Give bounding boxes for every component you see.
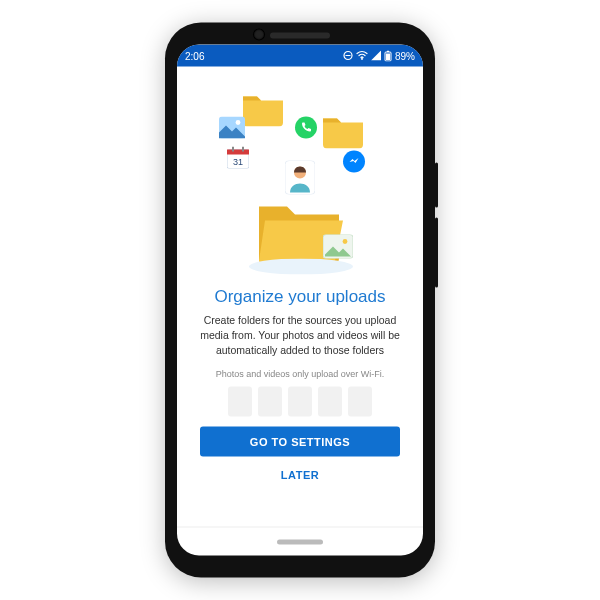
onboarding-headline: Organize your uploads	[214, 287, 385, 307]
svg-rect-9	[227, 150, 249, 155]
svg-point-2	[361, 58, 363, 60]
status-time: 2:06	[185, 50, 204, 61]
svg-point-17	[249, 259, 353, 275]
placeholder-box	[348, 386, 372, 416]
onboarding-body: Create folders for the sources you uploa…	[195, 313, 405, 359]
placeholder-row	[228, 386, 372, 416]
status-battery-pct: 89%	[395, 50, 415, 61]
onboarding-content: 31	[177, 67, 423, 527]
shadow-ellipse	[249, 259, 353, 275]
status-icons: 89%	[343, 50, 415, 61]
screen: 2:06 89%	[177, 45, 423, 556]
do-not-disturb-icon	[343, 51, 353, 61]
svg-rect-10	[232, 147, 234, 152]
picture-icon	[323, 235, 353, 259]
svg-rect-4	[387, 50, 389, 52]
picture-icon	[219, 117, 245, 139]
device-side-button	[435, 218, 438, 288]
whatsapp-icon	[295, 117, 317, 139]
placeholder-box	[258, 386, 282, 416]
placeholder-box	[288, 386, 312, 416]
svg-point-16	[343, 239, 348, 244]
battery-icon	[384, 50, 392, 61]
home-gesture-pill[interactable]	[277, 539, 323, 544]
svg-rect-11	[242, 147, 244, 152]
messenger-icon	[343, 151, 365, 173]
wifi-icon	[356, 51, 368, 61]
svg-rect-5	[386, 53, 390, 60]
svg-point-7	[236, 120, 241, 125]
device-frame: 2:06 89%	[165, 23, 435, 578]
go-to-settings-button[interactable]: GO TO SETTINGS	[200, 426, 400, 456]
placeholder-box	[318, 386, 342, 416]
signal-icon	[371, 51, 381, 61]
onboarding-note: Photos and videos only upload over Wi-Fi…	[216, 368, 385, 378]
placeholder-box	[228, 386, 252, 416]
avatar-icon	[285, 161, 315, 195]
later-button[interactable]: LATER	[269, 462, 331, 486]
folder-icon	[241, 93, 285, 127]
calendar-icon: 31	[227, 147, 249, 169]
device-side-button	[435, 163, 438, 208]
folder-icon	[321, 115, 365, 149]
illustration: 31	[205, 89, 395, 279]
navigation-bar	[177, 527, 423, 556]
app-screenshot: 2:06 89%	[0, 0, 600, 600]
status-bar: 2:06 89%	[177, 45, 423, 67]
svg-text:31: 31	[233, 157, 243, 167]
